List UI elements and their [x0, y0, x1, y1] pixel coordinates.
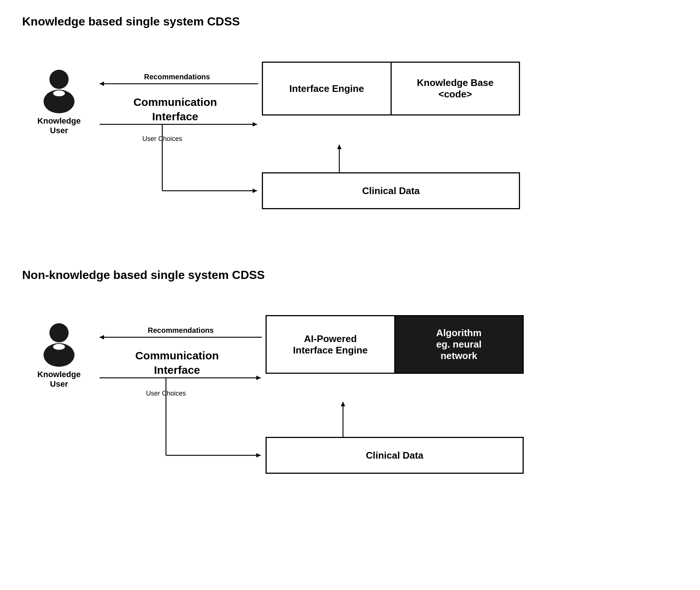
diagram2-person-label: Knowledge User [30, 370, 89, 389]
diagram1-title: Knowledge based single system CDSS [22, 15, 678, 28]
diagram2-person: Knowledge User [30, 322, 89, 389]
diagram2-clinical-data-box: Clinical Data [266, 437, 524, 474]
svg-marker-4 [253, 122, 257, 127]
svg-marker-22 [256, 453, 261, 458]
svg-text:Recommendations: Recommendations [144, 73, 210, 81]
svg-point-13 [53, 90, 65, 96]
diagram1-comm-interface: CommunicationInterface [107, 95, 243, 124]
svg-point-11 [49, 70, 69, 89]
diagram1-section: Knowledge based single system CDSS Recom… [22, 15, 678, 239]
svg-marker-15 [100, 335, 104, 339]
svg-text:Recommendations: Recommendations [148, 326, 214, 334]
svg-marker-24 [341, 402, 345, 406]
diagram1-comm-label: CommunicationInterface [107, 95, 243, 124]
diagram2-top-boxes: AI-Powered Interface Engine Algorithm eg… [266, 315, 524, 374]
diagram2-ai-engine: AI-Powered Interface Engine [267, 316, 395, 373]
diagram2-clinical-data: Clinical Data [266, 437, 524, 474]
svg-point-27 [53, 344, 65, 350]
diagram1-person: Knowledge User [30, 69, 89, 135]
diagram1-person-label: Knowledge User [30, 116, 89, 135]
diagram1-interface-engine: Interface Engine [263, 63, 392, 114]
diagram1-clinical-data: Clinical Data [262, 172, 520, 209]
svg-marker-8 [253, 189, 257, 193]
diagram2-section: Non-knowledge based single system CDSS R… [22, 268, 678, 507]
diagram1-clinical-data-box: Clinical Data [262, 172, 520, 209]
diagram2-comm-label: CommunicationInterface [107, 348, 247, 377]
diagram1-knowledge-base: Knowledge Base <code> [392, 63, 519, 114]
svg-marker-10 [337, 145, 342, 149]
svg-marker-18 [256, 376, 261, 380]
person-icon-2 [39, 322, 79, 367]
svg-marker-1 [100, 82, 104, 86]
diagram2-algorithm: Algorithm eg. neural network [395, 316, 523, 373]
person-icon [39, 69, 79, 113]
diagram2-title: Non-knowledge based single system CDSS [22, 268, 678, 282]
diagram1-top-boxes: Interface Engine Knowledge Base <code> [262, 62, 520, 115]
diagram2-comm-interface: CommunicationInterface [107, 348, 247, 377]
svg-point-25 [49, 323, 69, 342]
